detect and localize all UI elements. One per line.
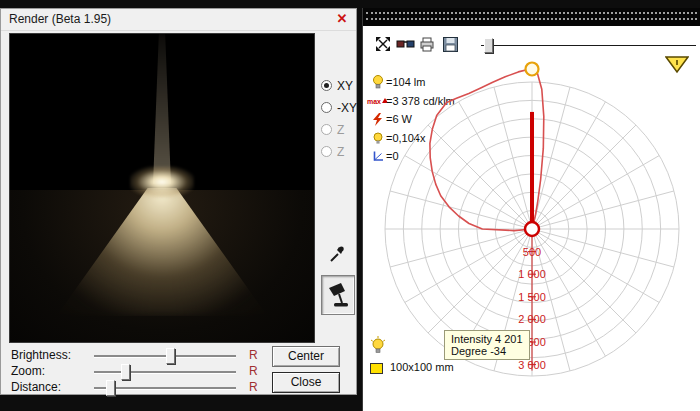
lamp-indicator-icon	[369, 336, 387, 358]
zoom-slider-track[interactable]	[94, 371, 236, 374]
center-button[interactable]: Center	[272, 346, 340, 367]
radio-label: Z	[337, 123, 344, 137]
brightness-label: Brightness:	[11, 348, 71, 362]
radio-minus-xy[interactable]: -XY	[321, 101, 357, 116]
tooltip-degree: Degree -34	[451, 345, 523, 357]
render-titlebar[interactable]: Render (Beta 1.95) ✕	[1, 9, 356, 31]
radio-z-2: Z	[321, 145, 357, 160]
luminaire-size-swatch	[370, 363, 383, 374]
zoom-label: Zoom:	[11, 364, 45, 378]
warning-icon[interactable]	[665, 56, 689, 78]
desk-lamp-icon	[326, 281, 350, 309]
svg-text:500: 500	[523, 246, 541, 258]
radio-circle-icon	[321, 102, 332, 113]
brightness-reset-button[interactable]: R	[249, 348, 258, 362]
luminaire-size-label: 100x100 mm	[390, 361, 454, 373]
zoom-reset-button[interactable]: R	[249, 364, 258, 378]
eyedropper-button[interactable]	[328, 245, 346, 265]
distance-reset-button[interactable]: R	[249, 380, 258, 394]
radio-circle-icon	[321, 124, 332, 135]
luminaire-button[interactable]	[321, 275, 355, 315]
light-beam	[146, 34, 178, 184]
light-source-hotspot	[130, 166, 194, 198]
svg-text:3 000: 3 000	[518, 359, 546, 371]
render-viewport[interactable]	[9, 33, 315, 343]
photometry-window: =104 lm max =3 378 cd/klm =6 W =0,104x =…	[362, 8, 700, 411]
eyedropper-icon	[328, 245, 346, 265]
svg-text:2 000: 2 000	[518, 313, 546, 325]
tooltip-intensity: Intensity 4 201	[451, 333, 523, 345]
radio-circle-icon	[321, 146, 332, 157]
distance-slider-track[interactable]	[94, 387, 236, 390]
radio-label: XY	[337, 79, 353, 93]
brightness-slider-thumb[interactable]	[166, 348, 175, 364]
radio-circle-icon	[321, 80, 332, 91]
radio-xy[interactable]: XY	[321, 79, 357, 94]
desktop: Render (Beta 1.95) ✕ XY -XY Z Z	[0, 0, 700, 411]
titlebar-gripper	[366, 18, 697, 20]
polar-diagram-svg: 5001 0001 5002 0002 5003 000	[363, 26, 700, 411]
close-icon[interactable]: ✕	[333, 11, 351, 27]
radio-z-1: Z	[321, 123, 357, 138]
photometry-titlebar[interactable]	[363, 8, 700, 26]
close-button[interactable]: Close	[272, 372, 340, 393]
titlebar-gripper	[366, 12, 697, 14]
distance-label: Distance:	[11, 380, 61, 394]
window-title: Render (Beta 1.95)	[9, 12, 111, 26]
radio-label: -XY	[337, 101, 357, 115]
chart-tooltip: Intensity 4 201 Degree -34	[444, 330, 530, 360]
radio-label: Z	[337, 145, 344, 159]
polar-chart[interactable]: 5001 0001 5002 0002 5003 000	[363, 26, 700, 411]
svg-text:1 500: 1 500	[518, 291, 546, 303]
render-window: Render (Beta 1.95) ✕ XY -XY Z Z	[0, 8, 357, 395]
distance-slider-thumb[interactable]	[106, 380, 115, 396]
zoom-slider-thumb[interactable]	[121, 364, 130, 380]
svg-text:1 000: 1 000	[518, 268, 546, 280]
